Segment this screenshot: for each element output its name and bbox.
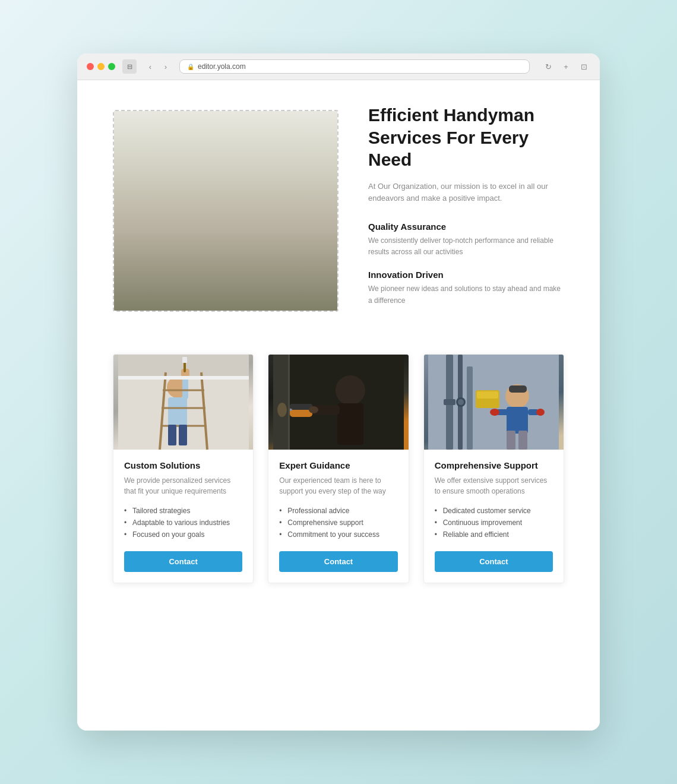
card-body-2: Expert Guidance Our experienced team is … <box>268 450 408 583</box>
card-desc-1: We provide personalized services that fi… <box>124 475 242 497</box>
svg-rect-17 <box>274 208 295 241</box>
minimize-button[interactable] <box>97 63 105 70</box>
card-bullets-3: Dedicated customer service Continuous im… <box>435 505 553 540</box>
svg-point-52 <box>309 406 318 413</box>
card-bullets-1: Tailored strategies Adaptable to various… <box>124 505 242 540</box>
close-button[interactable] <box>87 63 94 70</box>
svg-rect-12 <box>149 252 337 257</box>
svg-rect-59 <box>467 366 473 450</box>
svg-point-54 <box>277 403 287 417</box>
sidebar-toggle-button[interactable]: ⊟ <box>122 59 137 74</box>
svg-rect-53 <box>288 355 290 450</box>
feature-block-2: Innovation Driven We pioneer new ideas a… <box>368 270 564 306</box>
card-title-2: Expert Guidance <box>279 460 397 470</box>
svg-point-2 <box>221 130 230 140</box>
nav-buttons: ‹ › <box>144 60 172 73</box>
svg-rect-24 <box>219 249 245 267</box>
svg-rect-73 <box>444 399 455 405</box>
maximize-button[interactable] <box>108 63 115 70</box>
svg-rect-6 <box>126 129 185 211</box>
traffic-lights <box>87 63 115 70</box>
card-expert-guidance: Expert Guidance Our experienced team is … <box>268 354 409 583</box>
svg-rect-29 <box>168 397 187 427</box>
svg-point-68 <box>536 409 545 416</box>
hero-image-svg <box>114 110 337 312</box>
browser-actions: ↻ + ⊡ <box>542 60 590 73</box>
address-bar[interactable]: 🔒 editor.yola.com <box>179 59 530 74</box>
svg-rect-64 <box>509 385 527 393</box>
painter-svg <box>118 355 249 450</box>
hero-image-container <box>113 110 338 312</box>
bullet-3-1: Dedicated customer service <box>435 505 553 517</box>
svg-rect-39 <box>168 425 176 445</box>
card-body-3: Comprehensive Support We offer extensive… <box>424 450 564 583</box>
share-button[interactable]: ↻ <box>542 60 555 73</box>
card-image-1 <box>113 355 253 450</box>
card-bullets-2: Professional advice Comprehensive suppor… <box>279 505 397 540</box>
svg-rect-11 <box>149 241 337 252</box>
svg-rect-33 <box>182 357 187 363</box>
card-title-1: Custom Solutions <box>124 460 242 470</box>
card-comprehensive-support: Comprehensive Support We offer extensive… <box>423 354 564 583</box>
svg-point-67 <box>490 409 499 416</box>
bullet-2-3: Commitment to your success <box>279 529 397 540</box>
svg-point-22 <box>226 235 232 241</box>
svg-point-16 <box>274 189 295 210</box>
hero-text: Efficient Handyman Services For Every Ne… <box>368 104 564 318</box>
svg-rect-23 <box>219 246 245 249</box>
svg-point-44 <box>336 375 365 405</box>
bullet-2-2: Comprehensive support <box>279 517 397 529</box>
svg-rect-10 <box>243 170 337 311</box>
svg-rect-3 <box>199 133 252 137</box>
svg-rect-70 <box>518 431 527 450</box>
feature-desc-1: We consistently deliver top-notch perfor… <box>368 235 564 258</box>
svg-rect-4 <box>208 133 243 137</box>
feature-desc-2: We pioneer new ideas and solutions to st… <box>368 283 564 306</box>
bullet-3-2: Continuous improvement <box>435 517 553 529</box>
svg-point-72 <box>458 399 464 405</box>
bullet-1-2: Adaptable to various industries <box>124 517 242 529</box>
svg-point-13 <box>219 189 245 216</box>
card-desc-2: Our experienced team is here to support … <box>279 475 397 497</box>
svg-point-21 <box>223 232 235 244</box>
svg-rect-63 <box>507 407 528 434</box>
feature-block-1: Quality Assurance We consistently delive… <box>368 222 564 258</box>
svg-rect-40 <box>179 425 187 445</box>
cards-section: Custom Solutions We provide personalized… <box>77 342 600 619</box>
svg-rect-14 <box>219 214 245 249</box>
add-tab-button[interactable]: + <box>559 60 572 73</box>
browser-content: Efficient Handyman Services For Every Ne… <box>77 80 600 731</box>
hero-section: Efficient Handyman Services For Every Ne… <box>77 80 600 342</box>
bullet-1-1: Tailored strategies <box>124 505 242 517</box>
svg-rect-9 <box>114 158 337 311</box>
svg-rect-45 <box>337 403 363 445</box>
back-button[interactable]: ‹ <box>144 60 157 73</box>
browser-window: ⊟ ‹ › 🔒 editor.yola.com ↻ + ⊡ <box>77 53 600 731</box>
plumber-svg <box>428 355 559 450</box>
card-image-2 <box>268 355 408 450</box>
card-desc-3: We offer extensive support services to e… <box>435 475 553 497</box>
svg-rect-18 <box>205 226 252 249</box>
lock-icon: 🔒 <box>187 64 194 70</box>
url-text: editor.yola.com <box>198 62 246 71</box>
contact-button-2[interactable]: Contact <box>279 551 397 572</box>
card-title-3: Comprehensive Support <box>435 460 553 470</box>
svg-rect-61 <box>477 391 498 399</box>
forward-button[interactable]: › <box>159 60 172 73</box>
bullet-3-3: Reliable and efficient <box>435 529 553 540</box>
bullet-2-1: Professional advice <box>279 505 397 517</box>
more-button[interactable]: ⊡ <box>577 60 590 73</box>
driller-svg <box>273 355 404 450</box>
svg-rect-1 <box>114 111 337 158</box>
feature-title-1: Quality Assurance <box>368 222 564 232</box>
contact-button-1[interactable]: Contact <box>124 551 242 572</box>
svg-point-20 <box>218 227 239 248</box>
svg-rect-41 <box>118 376 249 380</box>
contact-button-3[interactable]: Contact <box>435 551 553 572</box>
svg-rect-15 <box>215 220 244 225</box>
svg-rect-69 <box>507 431 515 450</box>
feature-title-2: Innovation Driven <box>368 270 564 280</box>
bullet-1-3: Focused on your goals <box>124 529 242 540</box>
svg-rect-51 <box>273 355 288 450</box>
hero-image <box>114 111 337 311</box>
